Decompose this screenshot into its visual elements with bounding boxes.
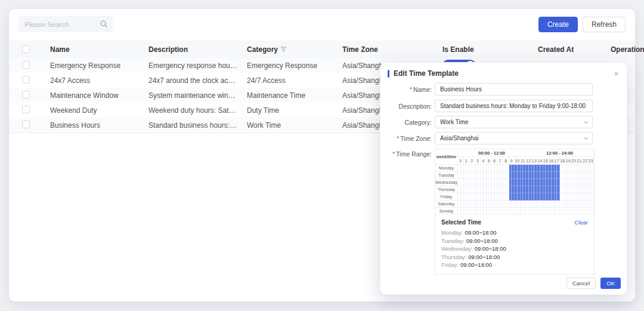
grid-time-slot[interactable]: [464, 179, 470, 186]
grid-time-slot[interactable]: [583, 208, 589, 215]
grid-time-slot[interactable]: [475, 179, 481, 186]
grid-time-slot[interactable]: [464, 172, 470, 179]
row-checkbox[interactable]: [22, 91, 30, 98]
grid-time-slot[interactable]: [509, 208, 515, 215]
refresh-button[interactable]: Refresh: [583, 17, 626, 32]
cancel-button[interactable]: Cancel: [566, 278, 596, 289]
search-input[interactable]: [18, 16, 113, 32]
grid-time-slot[interactable]: [566, 208, 572, 215]
grid-time-slot[interactable]: [571, 179, 577, 186]
grid-time-slot[interactable]: [532, 172, 538, 179]
filter-icon[interactable]: [280, 46, 287, 53]
grid-time-slot[interactable]: [583, 193, 589, 201]
grid-time-slot[interactable]: [492, 165, 498, 172]
grid-time-slot[interactable]: [464, 165, 470, 172]
grid-time-slot[interactable]: [458, 172, 464, 179]
grid-time-slot[interactable]: [487, 186, 493, 193]
grid-time-slot[interactable]: [498, 179, 504, 186]
grid-time-slot[interactable]: [515, 165, 521, 172]
grid-time-slot[interactable]: [509, 186, 515, 193]
grid-time-slot[interactable]: [589, 201, 595, 208]
grid-time-slot[interactable]: [589, 193, 595, 201]
grid-time-slot[interactable]: [577, 193, 583, 201]
grid-time-slot[interactable]: [521, 172, 527, 179]
grid-time-slot[interactable]: [521, 179, 527, 186]
grid-time-slot[interactable]: [560, 193, 566, 201]
name-input[interactable]: [435, 83, 593, 96]
grid-time-slot[interactable]: [555, 208, 561, 215]
grid-time-slot[interactable]: [537, 172, 543, 179]
grid-time-slot[interactable]: [481, 201, 487, 208]
grid-time-slot[interactable]: [555, 186, 561, 193]
grid-time-slot[interactable]: [549, 179, 555, 186]
grid-time-slot[interactable]: [503, 193, 509, 201]
grid-time-slot[interactable]: [498, 208, 504, 215]
grid-time-slot[interactable]: [571, 186, 577, 193]
grid-time-slot[interactable]: [566, 165, 572, 172]
grid-time-slot[interactable]: [566, 193, 572, 201]
grid-time-slot[interactable]: [566, 186, 572, 193]
grid-time-slot[interactable]: [537, 186, 543, 193]
grid-time-slot[interactable]: [509, 172, 515, 179]
clear-link[interactable]: Clear: [574, 219, 588, 226]
grid-time-slot[interactable]: [475, 172, 481, 179]
grid-time-slot[interactable]: [475, 165, 481, 172]
row-checkbox[interactable]: [22, 106, 30, 113]
grid-time-slot[interactable]: [503, 165, 509, 172]
grid-time-slot[interactable]: [498, 172, 504, 179]
grid-time-slot[interactable]: [532, 201, 538, 208]
grid-time-slot[interactable]: [543, 165, 549, 172]
timezone-select[interactable]: [435, 132, 593, 144]
grid-time-slot[interactable]: [503, 179, 509, 186]
grid-time-slot[interactable]: [532, 186, 538, 193]
grid-time-slot[interactable]: [543, 172, 549, 179]
grid-time-slot[interactable]: [475, 201, 481, 208]
grid-time-slot[interactable]: [526, 172, 532, 179]
grid-time-slot[interactable]: [537, 193, 543, 201]
grid-time-slot[interactable]: [571, 193, 577, 201]
grid-time-slot[interactable]: [481, 193, 487, 201]
grid-time-slot[interactable]: [543, 201, 549, 208]
grid-time-slot[interactable]: [571, 208, 577, 215]
grid-time-slot[interactable]: [571, 172, 577, 179]
select-all-checkbox[interactable]: [22, 45, 30, 53]
close-icon[interactable]: ×: [612, 70, 620, 78]
grid-time-slot[interactable]: [526, 179, 532, 186]
grid-time-slot[interactable]: [577, 172, 583, 179]
grid-time-slot[interactable]: [526, 201, 532, 208]
grid-time-slot[interactable]: [481, 179, 487, 186]
grid-time-slot[interactable]: [469, 201, 475, 208]
grid-time-slot[interactable]: [555, 193, 561, 201]
grid-time-slot[interactable]: [521, 208, 527, 215]
grid-time-slot[interactable]: [526, 208, 532, 215]
grid-time-slot[interactable]: [509, 193, 515, 201]
grid-time-slot[interactable]: [458, 179, 464, 186]
grid-time-slot[interactable]: [532, 208, 538, 215]
grid-time-slot[interactable]: [492, 193, 498, 201]
grid-time-slot[interactable]: [589, 165, 595, 172]
grid-time-slot[interactable]: [487, 179, 493, 186]
grid-time-slot[interactable]: [481, 208, 487, 215]
grid-time-slot[interactable]: [475, 193, 481, 201]
ok-button[interactable]: OK: [600, 278, 621, 289]
grid-time-slot[interactable]: [583, 165, 589, 172]
grid-time-slot[interactable]: [464, 201, 470, 208]
grid-time-slot[interactable]: [566, 201, 572, 208]
grid-time-slot[interactable]: [532, 165, 538, 172]
category-select[interactable]: [435, 116, 593, 128]
grid-time-slot[interactable]: [492, 201, 498, 208]
grid-time-slot[interactable]: [481, 186, 487, 193]
grid-time-slot[interactable]: [555, 201, 561, 208]
grid-time-slot[interactable]: [560, 179, 566, 186]
grid-time-slot[interactable]: [521, 193, 527, 201]
grid-time-slot[interactable]: [464, 186, 470, 193]
grid-time-slot[interactable]: [481, 172, 487, 179]
grid-time-slot[interactable]: [583, 186, 589, 193]
grid-time-slot[interactable]: [543, 179, 549, 186]
grid-time-slot[interactable]: [589, 186, 595, 193]
grid-time-slot[interactable]: [503, 172, 509, 179]
grid-time-slot[interactable]: [526, 193, 532, 201]
grid-time-slot[interactable]: [549, 172, 555, 179]
grid-time-slot[interactable]: [549, 193, 555, 201]
create-button[interactable]: Create: [538, 17, 578, 32]
